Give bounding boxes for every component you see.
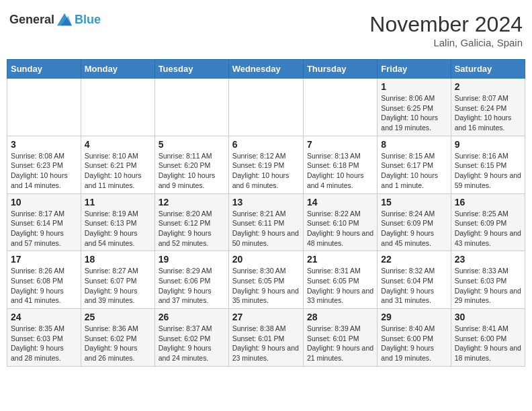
day-number: 5: [159, 139, 225, 150]
day-number: 21: [307, 254, 373, 265]
calendar-cell: 6Sunrise: 8:12 AM Sunset: 6:19 PM Daylig…: [228, 136, 303, 193]
day-info: Sunrise: 8:07 AM Sunset: 6:24 PM Dayligh…: [455, 93, 521, 133]
day-info: Sunrise: 8:08 AM Sunset: 6:23 PM Dayligh…: [11, 151, 77, 191]
calendar-cell: 12Sunrise: 8:20 AM Sunset: 6:12 PM Dayli…: [154, 193, 228, 251]
calendar-cell: 26Sunrise: 8:37 AM Sunset: 6:02 PM Dayli…: [154, 309, 228, 367]
calendar-cell: 23Sunrise: 8:33 AM Sunset: 6:03 PM Dayli…: [451, 251, 525, 309]
day-info: Sunrise: 8:30 AM Sunset: 6:05 PM Dayligh…: [232, 266, 300, 306]
day-number: 16: [455, 197, 521, 208]
month-title: November 2024: [369, 12, 523, 37]
day-info: Sunrise: 8:17 AM Sunset: 6:14 PM Dayligh…: [11, 209, 77, 248]
day-number: 3: [11, 139, 77, 150]
day-number: 29: [381, 312, 447, 322]
day-info: Sunrise: 8:33 AM Sunset: 6:03 PM Dayligh…: [455, 266, 521, 306]
calendar-cell: 29Sunrise: 8:40 AM Sunset: 6:00 PM Dayli…: [378, 309, 451, 367]
day-number: 30: [455, 312, 521, 322]
calendar-cell: 1Sunrise: 8:06 AM Sunset: 6:25 PM Daylig…: [378, 79, 451, 136]
day-info: Sunrise: 8:24 AM Sunset: 6:09 PM Dayligh…: [381, 209, 447, 248]
calendar-table: SundayMondayTuesdayWednesdayThursdayFrid…: [7, 59, 525, 367]
day-info: Sunrise: 8:12 AM Sunset: 6:19 PM Dayligh…: [232, 151, 300, 191]
calendar-cell: 20Sunrise: 8:30 AM Sunset: 6:05 PM Dayli…: [228, 251, 303, 309]
day-info: Sunrise: 8:37 AM Sunset: 6:02 PM Dayligh…: [159, 324, 225, 363]
day-info: Sunrise: 8:41 AM Sunset: 6:00 PM Dayligh…: [455, 324, 521, 363]
calendar-cell: [81, 79, 154, 136]
calendar-cell: [7, 79, 81, 136]
day-info: Sunrise: 8:31 AM Sunset: 6:05 PM Dayligh…: [307, 266, 373, 306]
calendar-cell: 30Sunrise: 8:41 AM Sunset: 6:00 PM Dayli…: [451, 309, 525, 367]
calendar-cell: 13Sunrise: 8:21 AM Sunset: 6:11 PM Dayli…: [228, 193, 303, 251]
day-number: 7: [307, 139, 373, 150]
day-number: 11: [85, 197, 151, 208]
day-info: Sunrise: 8:36 AM Sunset: 6:02 PM Dayligh…: [85, 324, 151, 363]
calendar-cell: 9Sunrise: 8:16 AM Sunset: 6:15 PM Daylig…: [451, 136, 525, 193]
calendar-cell: 2Sunrise: 8:07 AM Sunset: 6:24 PM Daylig…: [451, 79, 525, 136]
calendar-week-row: 17Sunrise: 8:26 AM Sunset: 6:08 PM Dayli…: [7, 251, 525, 309]
calendar-cell: 27Sunrise: 8:38 AM Sunset: 6:01 PM Dayli…: [228, 309, 303, 367]
day-number: 2: [455, 81, 521, 92]
logo-general: General: [9, 13, 54, 27]
day-info: Sunrise: 8:39 AM Sunset: 6:01 PM Dayligh…: [307, 324, 373, 363]
weekday-header: Friday: [378, 60, 451, 79]
day-info: Sunrise: 8:11 AM Sunset: 6:20 PM Dayligh…: [159, 151, 225, 191]
day-number: 9: [455, 139, 521, 150]
day-number: 4: [85, 139, 151, 150]
weekday-header: Saturday: [451, 60, 525, 79]
calendar-cell: 22Sunrise: 8:32 AM Sunset: 6:04 PM Dayli…: [378, 251, 451, 309]
day-number: 8: [381, 139, 447, 150]
weekday-header: Tuesday: [154, 60, 228, 79]
calendar-cell: 5Sunrise: 8:11 AM Sunset: 6:20 PM Daylig…: [154, 136, 228, 193]
day-number: 15: [381, 197, 447, 208]
calendar-cell: 11Sunrise: 8:19 AM Sunset: 6:13 PM Dayli…: [81, 193, 154, 251]
day-info: Sunrise: 8:20 AM Sunset: 6:12 PM Dayligh…: [159, 209, 225, 248]
calendar-cell: 21Sunrise: 8:31 AM Sunset: 6:05 PM Dayli…: [303, 251, 377, 309]
calendar-cell: 18Sunrise: 8:27 AM Sunset: 6:07 PM Dayli…: [81, 251, 154, 309]
weekday-header: Thursday: [303, 60, 377, 79]
day-info: Sunrise: 8:29 AM Sunset: 6:06 PM Dayligh…: [159, 266, 225, 306]
location-title: Lalin, Galicia, Spain: [369, 37, 523, 48]
calendar-cell: [303, 79, 377, 136]
day-number: 27: [232, 312, 300, 322]
calendar-cell: 24Sunrise: 8:35 AM Sunset: 6:03 PM Dayli…: [7, 309, 81, 367]
day-number: 26: [159, 312, 225, 322]
calendar-cell: 15Sunrise: 8:24 AM Sunset: 6:09 PM Dayli…: [378, 193, 451, 251]
day-info: Sunrise: 8:35 AM Sunset: 6:03 PM Dayligh…: [11, 324, 77, 363]
day-number: 18: [85, 254, 151, 265]
calendar-cell: 16Sunrise: 8:25 AM Sunset: 6:09 PM Dayli…: [451, 193, 525, 251]
calendar-cell: 4Sunrise: 8:10 AM Sunset: 6:21 PM Daylig…: [81, 136, 154, 193]
day-number: 10: [11, 197, 77, 208]
day-info: Sunrise: 8:32 AM Sunset: 6:04 PM Dayligh…: [381, 266, 447, 306]
calendar-cell: 3Sunrise: 8:08 AM Sunset: 6:23 PM Daylig…: [7, 136, 81, 193]
day-info: Sunrise: 8:25 AM Sunset: 6:09 PM Dayligh…: [455, 209, 521, 248]
calendar-week-row: 3Sunrise: 8:08 AM Sunset: 6:23 PM Daylig…: [7, 136, 525, 193]
day-number: 1: [381, 81, 447, 92]
calendar-cell: 28Sunrise: 8:39 AM Sunset: 6:01 PM Dayli…: [303, 309, 377, 367]
day-number: 13: [232, 197, 300, 208]
calendar-week-row: 1Sunrise: 8:06 AM Sunset: 6:25 PM Daylig…: [7, 79, 525, 136]
day-info: Sunrise: 8:22 AM Sunset: 6:10 PM Dayligh…: [307, 209, 373, 248]
day-info: Sunrise: 8:38 AM Sunset: 6:01 PM Dayligh…: [232, 324, 300, 363]
day-number: 28: [307, 312, 373, 322]
day-number: 12: [159, 197, 225, 208]
page-header: General Blue November 2024 Lalin, Galici…: [7, 7, 525, 54]
logo-icon: [57, 12, 72, 27]
day-number: 17: [11, 254, 77, 265]
day-number: 19: [159, 254, 225, 265]
calendar-cell: 7Sunrise: 8:13 AM Sunset: 6:18 PM Daylig…: [303, 136, 377, 193]
day-info: Sunrise: 8:40 AM Sunset: 6:00 PM Dayligh…: [381, 324, 447, 363]
day-info: Sunrise: 8:21 AM Sunset: 6:11 PM Dayligh…: [232, 209, 300, 248]
weekday-header: Wednesday: [228, 60, 303, 79]
calendar-cell: 17Sunrise: 8:26 AM Sunset: 6:08 PM Dayli…: [7, 251, 81, 309]
logo: General Blue: [9, 12, 101, 27]
day-number: 20: [232, 254, 300, 265]
calendar-cell: 10Sunrise: 8:17 AM Sunset: 6:14 PM Dayli…: [7, 193, 81, 251]
weekday-header-row: SundayMondayTuesdayWednesdayThursdayFrid…: [7, 60, 525, 79]
day-number: 6: [232, 139, 300, 150]
day-info: Sunrise: 8:19 AM Sunset: 6:13 PM Dayligh…: [85, 209, 151, 248]
day-info: Sunrise: 8:13 AM Sunset: 6:18 PM Dayligh…: [307, 151, 373, 191]
calendar-week-row: 24Sunrise: 8:35 AM Sunset: 6:03 PM Dayli…: [7, 309, 525, 367]
day-info: Sunrise: 8:06 AM Sunset: 6:25 PM Dayligh…: [381, 93, 447, 133]
calendar-cell: [154, 79, 228, 136]
day-info: Sunrise: 8:27 AM Sunset: 6:07 PM Dayligh…: [85, 266, 151, 306]
day-info: Sunrise: 8:16 AM Sunset: 6:15 PM Dayligh…: [455, 151, 521, 191]
day-info: Sunrise: 8:15 AM Sunset: 6:17 PM Dayligh…: [381, 151, 447, 191]
